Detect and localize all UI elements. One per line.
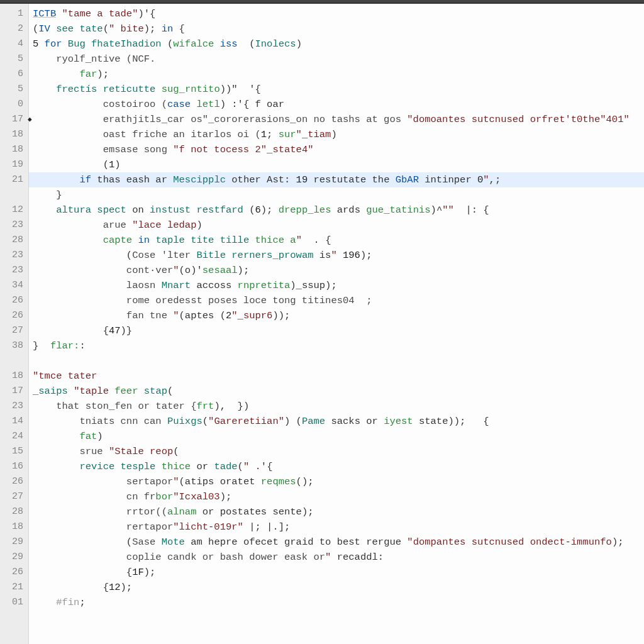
code-line[interactable]: {47)} [29, 323, 644, 338]
code-line[interactable]: frectís reticutte sug_rntito))" '{ [29, 82, 644, 97]
code-token: ( [126, 536, 132, 548]
code-token: ); [97, 69, 109, 80]
code-token: ( [103, 23, 109, 35]
code-line[interactable]: (1) [29, 157, 644, 172]
code-line[interactable]: if thas eash ar Mescipplc other Ast: 19 … [29, 172, 644, 187]
code-line[interactable]: fan tne "(aptes (2"_supr6)); [29, 308, 644, 323]
code-token: )} [121, 325, 133, 336]
code-token: that ston_fen or tater { [56, 401, 196, 412]
line-number: 26 [0, 474, 28, 489]
code-line[interactable]: oast friche an itarlos oi (1; sur"_tiam) [29, 127, 644, 142]
code-token: taple tite tille [155, 235, 249, 246]
code-token: "" [442, 204, 454, 216]
code-line[interactable]: revice tesple thice or tade(" .'{ [29, 459, 644, 474]
line-number: 21 [0, 580, 28, 595]
code-token: ( [203, 416, 208, 427]
code-line[interactable]: that ston_fen or tater {frt), }) [29, 399, 644, 414]
code-token: emsase song [103, 144, 174, 155]
code-token: iyest [384, 416, 413, 427]
code-token: IV [38, 23, 50, 35]
line-number: 23 [0, 263, 28, 278]
code-token: " [173, 476, 179, 487]
code-token: srue [79, 446, 109, 457]
code-line[interactable]: emsase song "f not tocess 2"_state4" [29, 142, 644, 157]
line-number: 24 [0, 429, 28, 444]
code-token: Mnart [162, 280, 191, 291]
breakpoint-marker-icon[interactable]: ◆ [28, 112, 34, 127]
code-line[interactable]: } [29, 187, 644, 203]
code-token: sur [279, 129, 296, 140]
code-token: case [167, 99, 191, 110]
code-token: " [331, 250, 343, 261]
line-number: 5 [0, 52, 28, 67]
code-line[interactable]: ryolf_ntive (NCF. [29, 52, 644, 67]
code-token: Mescipplc [173, 174, 226, 186]
code-token: feer [114, 386, 138, 397]
code-line[interactable]: rrtor((alnam or postates sente); [29, 504, 644, 519]
code-token [214, 38, 219, 50]
code-token: cont·ver [126, 265, 173, 276]
code-line[interactable]: } flar:: [29, 338, 644, 353]
code-token: tate [79, 23, 103, 35]
code-line[interactable]: ICTB "tame a tade")'{ [29, 6, 644, 21]
code-token: )_ssup); [290, 280, 336, 291]
code-line[interactable]: 5 for Bug fhateIhadion (wifalce iss (Ino… [29, 36, 644, 52]
code-line[interactable] [29, 353, 644, 369]
code-line[interactable]: cn frbor"Icxal03); [29, 489, 644, 504]
code-token: tade [214, 461, 237, 472]
code-token: ards [331, 204, 366, 216]
line-number: 12 [0, 203, 28, 218]
code-token: (aptes ( [179, 310, 226, 321]
code-token: ); [121, 582, 133, 593]
code-area[interactable]: ICTB "tame a tade")'{(IV see tate(" bite… [29, 4, 644, 644]
code-line[interactable]: rertapor"licht-019r" |; |.]; [29, 519, 644, 535]
code-token: "_supr6 [231, 310, 272, 321]
code-line[interactable]: (IV see tate(" bite); in { [29, 21, 644, 36]
code-line[interactable]: laosn Mnart accoss rnpretita)_ssup); [29, 278, 644, 293]
line-number: 23 [0, 218, 28, 233]
line-number: 19 [0, 157, 28, 172]
code-line[interactable]: costoiroo (case letl) :'{ f oar [29, 97, 644, 112]
code-token: '{ [261, 461, 273, 472]
code-token: ) [331, 129, 336, 140]
code-line[interactable]: "tmce tater [29, 369, 644, 384]
code-line[interactable]: far); [29, 67, 644, 82]
code-token: ryolf_ntive (NCF. [56, 53, 155, 65]
code-line[interactable]: capte in taple tite tille thice a" . { [29, 233, 644, 248]
code-token: GbAR [396, 174, 419, 186]
code-line[interactable]: sertapor"(atips oratet reqmes(); [29, 474, 644, 489]
code-token: Bitle rerners_prowam [196, 250, 313, 261]
code-token [68, 386, 74, 397]
code-token: "domoantes sutcnused orfret't0the"401" [407, 114, 629, 125]
code-token: 47 [109, 325, 121, 336]
code-line[interactable]: arue "lace ledap) [29, 218, 644, 233]
code-line[interactable]: #fin; [29, 595, 644, 610]
code-token: gue_tatinis [366, 204, 430, 216]
code-token: altura spect [56, 204, 126, 216]
code-editor[interactable]: 1245650171818192112232823233426262738181… [0, 4, 644, 644]
code-line[interactable]: {1F); [29, 565, 644, 580]
code-line[interactable]: _saips "taple feer stap( [29, 384, 644, 399]
line-number: 27 [0, 489, 28, 504]
code-line[interactable]: tniats cnn can Puixgs("Gareretiian") (Pa… [29, 414, 644, 429]
code-token: thice [162, 461, 191, 472]
code-line[interactable]: ◆ erathjitls_car os"_cororerasions_on no… [29, 112, 644, 127]
code-line[interactable]: srue "Stale reop( [29, 444, 644, 459]
code-line[interactable]: fat) [29, 429, 644, 444]
code-token: #fin [56, 597, 79, 608]
code-line[interactable]: (Sase Mote am hepre ofecet graid to best… [29, 535, 644, 550]
code-line[interactable]: {12); [29, 580, 644, 595]
line-number: 28 [0, 233, 28, 248]
code-token: see [56, 23, 74, 35]
code-line[interactable]: cont·ver"(o)'sesaal); [29, 263, 644, 278]
code-line[interactable]: rome oredesst poses loce tong titines04 … [29, 293, 644, 308]
code-token: "Gareretiian" [208, 416, 284, 427]
code-line[interactable]: altura spect on instust restfard (6); dr… [29, 203, 644, 218]
line-number: 14 [0, 414, 28, 429]
code-token: revice tesple [79, 461, 155, 472]
code-token: { [103, 582, 109, 593]
code-line[interactable]: coplie candk or bash dower eask or" reca… [29, 550, 644, 565]
code-token: ); [220, 491, 232, 502]
code-line[interactable]: (Cose 'lter Bitle rerners_prowam is" 196… [29, 248, 644, 263]
code-token: state)); { [413, 416, 489, 427]
